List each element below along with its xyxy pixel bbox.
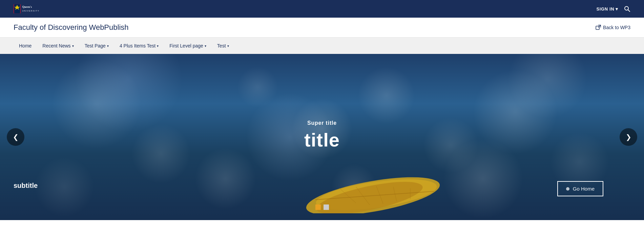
nav-item-4-plus-items[interactable]: 4 Plus Items Test ▾ (114, 38, 164, 54)
svg-text:UNIVERSITY: UNIVERSITY (22, 10, 40, 12)
hero-dot-1[interactable] (315, 204, 321, 210)
nav-4plus-chevron: ▾ (157, 44, 159, 48)
nav-test-page-chevron: ▾ (107, 44, 109, 48)
external-link-icon (596, 25, 601, 30)
hero-text-content: Super title title (304, 120, 340, 151)
site-title: Faculty of Discovering WebPublish (14, 23, 129, 32)
nav-bar: Home Recent News ▾ Test Page ▾ 4 Plus It… (0, 38, 644, 54)
nav-item-test-page[interactable]: Test Page ▾ (79, 38, 114, 54)
hero-title: title (304, 129, 340, 151)
hero-subtitle: subtitle (14, 182, 38, 190)
nav-item-first-level[interactable]: First Level page ▾ (164, 38, 212, 54)
nav-item-home[interactable]: Home (14, 38, 37, 54)
top-bar-right: SIGN IN ▾ (596, 5, 630, 12)
nav-4plus-label: 4 Plus Items Test (120, 43, 155, 48)
cta-label: Go Home (573, 186, 595, 192)
hero-slide-dots (315, 204, 329, 210)
logo-area: Queen's UNIVERSITY (14, 3, 54, 15)
hero-prev-icon: ❮ (13, 133, 19, 141)
hero-next-icon: ❯ (626, 133, 631, 141)
sign-in-chevron: ▾ (616, 6, 618, 12)
nav-first-level-label: First Level page (169, 43, 203, 48)
nav-recent-news-chevron: ▾ (72, 44, 74, 48)
nav-item-recent-news[interactable]: Recent News ▾ (37, 38, 79, 54)
nav-item-test[interactable]: Test ▾ (212, 38, 234, 54)
cta-dot-icon (566, 187, 569, 191)
nav-test-chevron: ▾ (227, 44, 229, 48)
site-header: Faculty of Discovering WebPublish Back t… (0, 18, 644, 38)
hero-slider: ❮ ❯ Super title title subtitle Go Home (0, 54, 644, 220)
hero-prev-button[interactable]: ❮ (7, 128, 24, 146)
nav-test-page-label: Test Page (85, 43, 106, 48)
hero-next-button[interactable]: ❯ (620, 128, 637, 146)
hero-supertitle: Super title (304, 120, 340, 126)
hero-dot-2[interactable] (324, 204, 329, 210)
back-link-label: Back to WP3 (603, 25, 630, 30)
back-to-wp3-link[interactable]: Back to WP3 (596, 25, 630, 30)
sign-in-label: SIGN IN (596, 6, 614, 12)
nav-home-label: Home (19, 43, 32, 48)
hero-leaf-decoration (288, 162, 458, 213)
go-home-button[interactable]: Go Home (557, 181, 603, 196)
search-button[interactable] (624, 5, 630, 12)
sign-in-button[interactable]: SIGN IN ▾ (596, 6, 618, 12)
nav-recent-news-label: Recent News (42, 43, 70, 48)
queens-logo: Queen's UNIVERSITY (14, 3, 54, 15)
svg-line-6 (628, 10, 630, 12)
nav-test-label: Test (217, 43, 226, 48)
top-bar: Queen's UNIVERSITY SIGN IN ▾ (0, 0, 644, 18)
nav-first-level-chevron: ▾ (205, 44, 206, 48)
svg-text:Queen's: Queen's (22, 5, 32, 8)
